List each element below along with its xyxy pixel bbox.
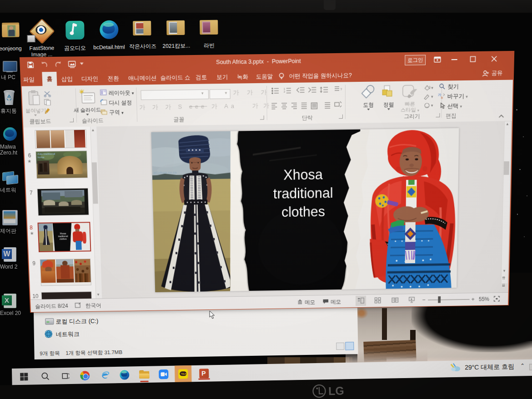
- svg-text:clothes: clothes: [281, 204, 325, 220]
- svg-text:Xhosa: Xhosa: [283, 166, 323, 183]
- svg-text:2: 2: [284, 90, 286, 93]
- svg-text:aCulture.co.za: aCulture.co.za: [154, 170, 177, 175]
- svg-text:LG: LG: [328, 384, 344, 397]
- svg-text:traditional: traditional: [273, 185, 333, 202]
- svg-text:?: ?: [340, 87, 342, 91]
- svg-text:b: b: [441, 95, 443, 99]
